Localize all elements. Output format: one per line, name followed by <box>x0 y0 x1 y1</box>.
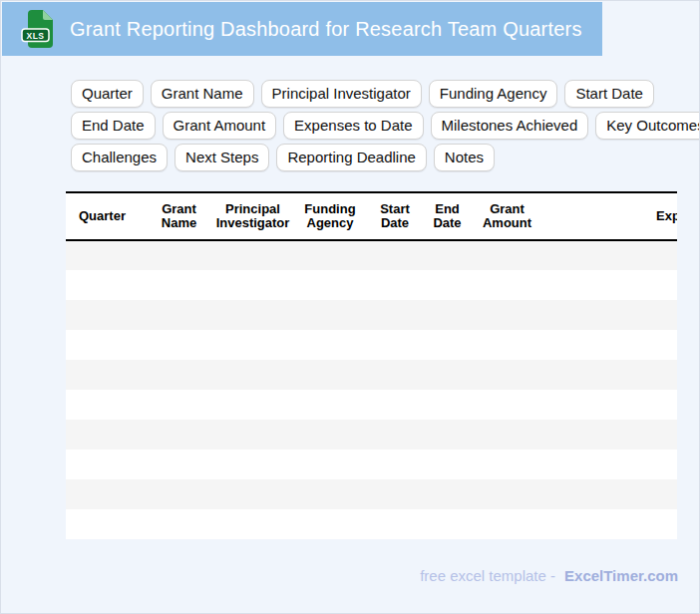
table-row <box>66 450 677 479</box>
filter-chip-funding-agency[interactable]: Funding Agency <box>429 80 558 108</box>
filter-chip-principal-investigator[interactable]: Principal Investigator <box>261 80 422 108</box>
table-row <box>66 509 677 539</box>
table-body <box>66 240 677 539</box>
column-header-grant-amount: Grant Amount <box>475 192 539 240</box>
xls-file-icon: XLS <box>21 10 54 48</box>
header-bar: XLS Grant Reporting Dashboard for Resear… <box>2 2 602 56</box>
column-header-funding-agency: Funding Agency <box>290 192 370 240</box>
grants-table-viewport: Quarter Grant Name Principal Investigato… <box>66 191 677 539</box>
chip-row-3: Challenges Next Steps Reporting Deadline… <box>71 144 699 171</box>
filter-chips: Quarter Grant Name Principal Investigato… <box>71 80 699 175</box>
filter-chip-key-outcomes[interactable]: Key Outcomes <box>595 112 700 140</box>
footer-tagline: free excel template - <box>420 567 555 584</box>
table-row <box>66 300 677 330</box>
filter-chip-expenses-to-date[interactable]: Expenses to Date <box>283 112 423 140</box>
xls-badge-label: XLS <box>26 31 44 41</box>
column-header-start-date: Start Date <box>370 192 420 240</box>
footer-brand-link[interactable]: ExcelTimer.com <box>564 567 678 584</box>
column-header-principal-investigator: Principal Investigator <box>215 192 290 240</box>
column-header-expenses-to-date: Expenses to Date <box>539 192 677 240</box>
filter-chip-challenges[interactable]: Challenges <box>71 144 168 171</box>
table-header: Quarter Grant Name Principal Investigato… <box>66 192 677 240</box>
table-row <box>66 420 677 450</box>
filter-chip-notes[interactable]: Notes <box>434 144 495 171</box>
filter-chip-start-date[interactable]: Start Date <box>564 80 654 108</box>
table-row <box>66 479 677 509</box>
table-row <box>66 270 677 300</box>
filter-chip-end-date[interactable]: End Date <box>71 112 156 140</box>
column-header-grant-name: Grant Name <box>143 192 215 240</box>
footer: free excel template - ExcelTimer.com <box>420 567 678 584</box>
column-header-end-date: End Date <box>420 192 475 240</box>
filter-chip-grant-amount[interactable]: Grant Amount <box>163 112 277 140</box>
filter-chip-next-steps[interactable]: Next Steps <box>175 144 269 171</box>
chip-row-1: Quarter Grant Name Principal Investigato… <box>71 80 699 108</box>
filter-chip-reporting-deadline[interactable]: Reporting Deadline <box>276 144 426 171</box>
table-row <box>66 390 677 420</box>
table-row <box>66 330 677 360</box>
chip-row-2: End Date Grant Amount Expenses to Date M… <box>71 112 699 140</box>
filter-chip-grant-name[interactable]: Grant Name <box>151 80 254 108</box>
table-row <box>66 240 677 270</box>
column-header-quarter: Quarter <box>66 192 143 240</box>
filter-chip-quarter[interactable]: Quarter <box>71 80 144 108</box>
grants-table: Quarter Grant Name Principal Investigato… <box>66 191 677 539</box>
app-container: XLS Grant Reporting Dashboard for Resear… <box>0 0 700 614</box>
table-row <box>66 360 677 390</box>
page-title: Grant Reporting Dashboard for Research T… <box>70 18 582 41</box>
filter-chip-milestones-achieved[interactable]: Milestones Achieved <box>431 112 589 140</box>
